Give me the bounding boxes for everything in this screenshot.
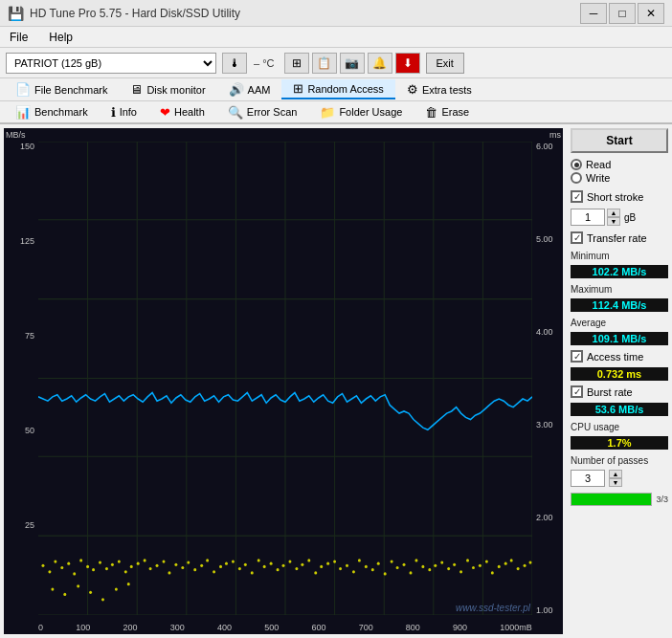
tab-erase[interactable]: 🗑 Erase <box>414 103 481 121</box>
svg-point-82 <box>453 563 456 566</box>
maximum-value: 112.4 MB/s <box>571 298 668 312</box>
exit-button[interactable]: Exit <box>426 53 464 74</box>
svg-point-71 <box>384 572 387 575</box>
svg-point-32 <box>137 562 140 565</box>
svg-point-47 <box>232 560 235 562</box>
svg-point-72 <box>391 560 393 562</box>
short-stroke-spinner-row: ▲ ▼ gB <box>571 209 668 226</box>
short-stroke-checkbox-row: ✓ Short stroke <box>571 190 668 203</box>
tab-aam[interactable]: 🔊 AAM <box>217 80 282 99</box>
icon5[interactable]: ⬇ <box>395 53 420 74</box>
passes-down[interactable]: ▼ <box>609 478 622 487</box>
svg-point-88 <box>491 571 494 574</box>
info-icon: ℹ <box>111 105 116 120</box>
svg-point-98 <box>89 591 92 594</box>
cpu-usage-value: 1.7% <box>571 436 668 450</box>
short-stroke-down[interactable]: ▼ <box>607 217 620 226</box>
menu-help[interactable]: Help <box>43 29 78 46</box>
average-value: 109.1 MB/s <box>571 332 668 345</box>
main-content: MB/s ms <box>0 124 672 638</box>
access-time-dots <box>41 559 531 601</box>
svg-point-67 <box>358 559 361 561</box>
minimum-label: Minimum <box>571 251 668 261</box>
health-icon: ❤ <box>160 105 170 120</box>
svg-point-31 <box>130 565 133 568</box>
access-time-label: Access time <box>587 351 643 363</box>
close-button[interactable]: ✕ <box>638 3 664 24</box>
access-time-checkbox[interactable]: ✓ <box>571 350 583 363</box>
yaxis-right-6: 6.00 <box>536 142 561 151</box>
short-stroke-checkbox[interactable]: ✓ <box>571 190 583 203</box>
burst-rate-checkbox[interactable]: ✓ <box>571 385 583 398</box>
passes-up[interactable]: ▲ <box>609 470 622 478</box>
tab-extra-tests-label: Extra tests <box>422 84 472 96</box>
tab-folder-usage[interactable]: 📁 Folder Usage <box>308 103 414 121</box>
short-stroke-unit: gB <box>624 212 636 223</box>
yaxis-right: 6.00 5.00 4.00 3.00 2.00 1.00 <box>534 142 563 615</box>
svg-point-90 <box>504 562 507 565</box>
svg-point-70 <box>377 562 380 565</box>
minimize-button[interactable]: ─ <box>580 3 607 24</box>
progress-row: 3/3 <box>571 493 668 506</box>
short-stroke-input[interactable] <box>571 209 605 226</box>
write-label: Write <box>586 172 610 184</box>
write-radio-label[interactable]: Write <box>571 172 668 184</box>
tab-random-access[interactable]: ⊞ Random Access <box>281 79 394 99</box>
tab-benchmark[interactable]: 📊 Benchmark <box>4 103 100 121</box>
benchmark-icon: 📊 <box>15 105 31 120</box>
aam-icon: 🔊 <box>229 82 244 97</box>
xaxis-700: 700 <box>359 623 373 632</box>
xaxis-200: 200 <box>123 623 137 632</box>
transfer-rate-checkbox[interactable]: ✓ <box>571 231 583 244</box>
maximize-button[interactable]: □ <box>609 3 636 24</box>
start-button[interactable]: Start <box>571 128 668 153</box>
read-radio-label[interactable]: Read <box>571 159 668 170</box>
yaxis-left-150: 150 <box>6 142 34 151</box>
progress-bar-inner <box>571 494 651 505</box>
tab-info[interactable]: ℹ Info <box>100 103 148 121</box>
burst-rate-label: Burst rate <box>587 386 633 398</box>
transfer-rate-label: Transfer rate <box>587 232 647 244</box>
write-radio[interactable] <box>571 172 582 184</box>
icon3[interactable]: 📷 <box>340 53 365 74</box>
svg-point-83 <box>459 570 462 573</box>
titlebar-content: 💾 HD Tune Pro 5.75 - Hard Disk/SSD Utili… <box>8 6 240 21</box>
svg-point-92 <box>517 567 520 570</box>
svg-point-41 <box>193 568 196 571</box>
short-stroke-spinner-btns: ▲ ▼ <box>607 209 620 226</box>
tab-extra-tests[interactable]: ⚙ Extra tests <box>395 80 483 99</box>
svg-point-100 <box>115 587 118 590</box>
svg-point-79 <box>434 564 437 567</box>
tab-disk-monitor[interactable]: 🖥 Disk monitor <box>119 80 216 99</box>
menu-file[interactable]: File <box>4 29 34 46</box>
short-stroke-up[interactable]: ▲ <box>607 209 620 217</box>
tab-error-scan[interactable]: 🔍 Error Scan <box>216 103 309 121</box>
read-label: Read <box>586 159 611 170</box>
tab-error-scan-label: Error Scan <box>247 106 298 118</box>
xaxis-300: 300 <box>170 623 185 632</box>
svg-point-75 <box>409 571 412 574</box>
maximum-label: Maximum <box>571 284 668 295</box>
chart-area: MB/s ms <box>4 128 563 634</box>
tab-health-label: Health <box>174 106 205 118</box>
svg-point-61 <box>320 565 323 568</box>
transfer-rate-checkbox-row: ✓ Transfer rate <box>571 231 668 244</box>
svg-point-45 <box>219 565 222 568</box>
passes-input[interactable] <box>571 470 605 487</box>
tab-file-benchmark[interactable]: 📄 File Benchmark <box>4 80 119 99</box>
icon4[interactable]: 🔔 <box>368 53 392 74</box>
svg-point-52 <box>263 565 266 568</box>
icon2[interactable]: 📋 <box>312 53 337 74</box>
svg-point-39 <box>181 566 184 569</box>
tab-info-label: Info <box>120 106 137 118</box>
icon1[interactable]: ⊞ <box>284 53 309 74</box>
svg-point-73 <box>396 566 399 569</box>
tab-health[interactable]: ❤ Health <box>148 103 216 121</box>
disk-selector[interactable]: PATRIOT (125 gB) <box>6 53 216 74</box>
menubar: File Help <box>0 27 672 48</box>
read-radio[interactable] <box>571 159 582 170</box>
tab-random-access-label: Random Access <box>307 83 383 95</box>
file-benchmark-icon: 📄 <box>15 82 31 97</box>
svg-point-87 <box>485 560 488 562</box>
cpu-usage-label: CPU usage <box>571 422 668 432</box>
